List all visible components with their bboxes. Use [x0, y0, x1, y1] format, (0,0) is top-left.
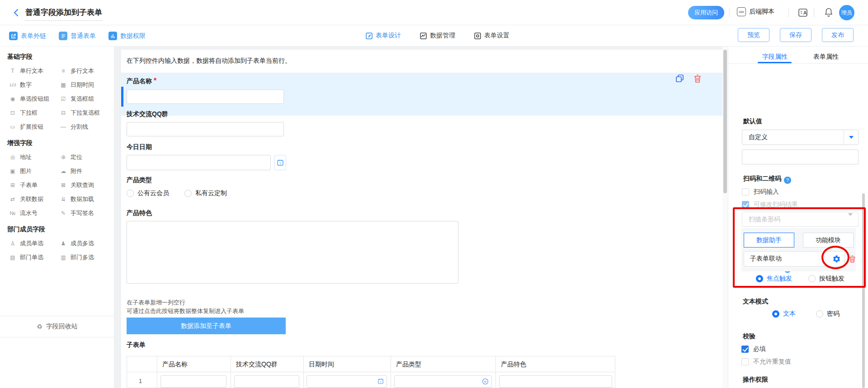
field-item-number[interactable]: 123数字	[9, 81, 60, 89]
gear-icon[interactable]	[832, 255, 841, 263]
field-item-checkbox-group[interactable]: ☑复选框组	[60, 95, 112, 103]
radio-focus-trigger[interactable]: 焦点触发	[756, 275, 792, 283]
helper-text-line2: 可通过点击此按钮将数据整体复制进入子表单	[127, 307, 244, 315]
field-item-member-multi[interactable]: ♟成员多选	[60, 239, 112, 248]
function-module-button[interactable]: 功能模块	[803, 233, 854, 248]
field-item-attachment[interactable]: ☁附件	[60, 167, 112, 175]
radio-password-mode[interactable]: 密码	[816, 310, 840, 318]
required-asterisk: *	[154, 77, 156, 84]
product-name-input[interactable]	[127, 89, 284, 104]
field-item-single-line-text[interactable]: T单行文本	[9, 67, 60, 75]
external-link-icon	[9, 32, 18, 40]
tab-form-properties[interactable]: 表单属性	[813, 53, 839, 61]
field-item-label: 多行文本	[71, 67, 94, 75]
cell-qq-group-input[interactable]	[234, 375, 299, 388]
chevron-down-icon	[849, 136, 854, 139]
tab-form-settings[interactable]: 表单设置	[474, 32, 509, 40]
radio-label: 密码	[827, 310, 840, 318]
delete-field-button[interactable]	[693, 74, 703, 84]
checkbox-required[interactable]: 必填	[741, 345, 766, 353]
date-picker-button[interactable]: 7	[274, 155, 286, 170]
checkbox-icon: ☑	[60, 96, 67, 102]
field-item-signature[interactable]: ✎手写签名	[60, 209, 112, 217]
normal-form-tab[interactable]: 普通表单	[59, 32, 96, 40]
field-item-dropdown[interactable]: ⊡下拉框	[9, 109, 60, 117]
field-item-department-multi[interactable]: ▥部门多选	[60, 253, 112, 262]
backend-script-button[interactable]: </> 后端脚本	[737, 7, 774, 16]
delete-module-button[interactable]	[848, 255, 857, 263]
field-item-label: 关联查询	[71, 181, 94, 189]
field-item-location[interactable]: ⊕定位	[60, 153, 112, 161]
tab-form-design[interactable]: 表单设计	[365, 32, 401, 40]
copy-field-button[interactable]	[675, 74, 685, 84]
default-value-input[interactable]	[742, 150, 859, 164]
checkbox-editable-scan-result[interactable]: 可修改扫码结果	[742, 201, 798, 209]
preview-button[interactable]: 预览	[738, 28, 769, 42]
form-external-link-tab[interactable]: 表单外链	[9, 32, 46, 40]
field-item-label: 单选按钮组	[20, 95, 49, 103]
field-item-radio-group[interactable]: ◉单选按钮组	[9, 95, 60, 103]
save-button[interactable]: 保存	[780, 28, 811, 42]
panel-scrollbar-thumb[interactable]	[862, 193, 865, 388]
avatar[interactable]: 理员	[839, 5, 854, 20]
document-icon	[59, 32, 67, 40]
field-item-divider-line[interactable]: —分割线	[60, 123, 112, 131]
radio-option-private-cloud[interactable]: 私有云定制	[184, 189, 227, 197]
data-assistant-button[interactable]: 数据助手	[744, 233, 794, 248]
radio-icon	[808, 275, 816, 282]
cell-product-features-input[interactable]	[499, 375, 612, 388]
field-item-extend-button[interactable]: ▭扩展按钮	[9, 123, 60, 131]
field-item-multi-dropdown[interactable]: ⊟下拉复选框	[60, 109, 112, 117]
data-permission-tab[interactable]: 数据权限	[108, 32, 146, 40]
serial-number-icon: №	[9, 210, 16, 216]
field-item-image[interactable]: ▣图片	[9, 167, 60, 175]
field-item-datetime[interactable]: ▦日期时间	[60, 81, 112, 89]
checkbox-scan-input[interactable]: 扫码输入	[742, 188, 779, 196]
radio-option-public-cloud[interactable]: 公有云会员	[127, 189, 169, 197]
radio-button-trigger[interactable]: 按钮触发	[808, 275, 844, 283]
field-item-related-data[interactable]: ⇄关联数据	[9, 195, 60, 203]
select-circle-icon[interactable]	[482, 378, 489, 385]
today-date-input[interactable]	[127, 155, 271, 170]
product-features-textarea[interactable]	[127, 221, 458, 284]
back-icon[interactable]	[12, 8, 21, 17]
notification-bell-icon[interactable]	[824, 7, 834, 17]
cell-product-name-input[interactable]	[160, 375, 226, 388]
header-row-border	[127, 372, 615, 372]
canvas-scrollbar-thumb[interactable]	[723, 50, 727, 193]
checkbox-icon	[741, 358, 749, 365]
cell-product-type-select[interactable]	[394, 375, 492, 388]
select-caret-zone[interactable]	[844, 130, 858, 145]
default-value-select[interactable]: 自定义	[742, 130, 859, 145]
field-item-department-single[interactable]: ▤部门单选	[9, 253, 60, 262]
field-item-serial-number[interactable]: №流水号	[9, 209, 60, 217]
add-to-subform-button[interactable]: 数据添加至子表单	[127, 318, 286, 334]
column-header-datetime: 日期时间	[309, 360, 334, 369]
field-recycle-bin[interactable]: ♻ 字段回收站	[0, 316, 114, 337]
app-access-button[interactable]: 应用访问	[688, 6, 724, 19]
tab-field-properties[interactable]: 字段属性	[762, 53, 788, 61]
tab-data-management[interactable]: 数据管理	[420, 32, 455, 40]
field-item-multi-line-text[interactable]: ≡多行文本	[60, 67, 112, 75]
calendar-icon[interactable]: 7	[377, 378, 384, 384]
default-value-selected: 自定义	[742, 133, 768, 141]
field-item-label: 地址	[20, 153, 32, 161]
cell-datetime-input[interactable]: 7	[307, 375, 387, 388]
qq-group-input[interactable]	[127, 122, 284, 136]
radio-label: 文本	[783, 310, 796, 318]
field-item-address[interactable]: ◎地址	[9, 153, 60, 161]
api-docs-icon[interactable]: A	[797, 7, 808, 18]
checkbox-label: 扫码输入	[754, 188, 779, 196]
number-icon: 123	[9, 83, 16, 87]
checkbox-no-duplicates[interactable]: 不允许重复值	[741, 358, 791, 366]
module-name-input[interactable]: 子表单联动	[744, 251, 845, 266]
publish-button[interactable]: 发布	[822, 28, 854, 42]
help-icon[interactable]: ?	[784, 177, 791, 184]
multi-dropdown-icon: ⊟	[60, 110, 67, 116]
field-item-data-load[interactable]: ⇊数据加载	[60, 195, 112, 203]
top-bar: 普通字段添加到子表单 应用访问 </> 后端脚本 A 理员	[0, 0, 868, 25]
field-item-member-single[interactable]: ♙成员单选	[9, 239, 60, 248]
radio-text-mode[interactable]: 文本	[772, 310, 796, 318]
field-item-related-query[interactable]: ⊠关联查询	[60, 181, 112, 189]
field-item-subform[interactable]: ⊞子表单	[9, 181, 60, 189]
